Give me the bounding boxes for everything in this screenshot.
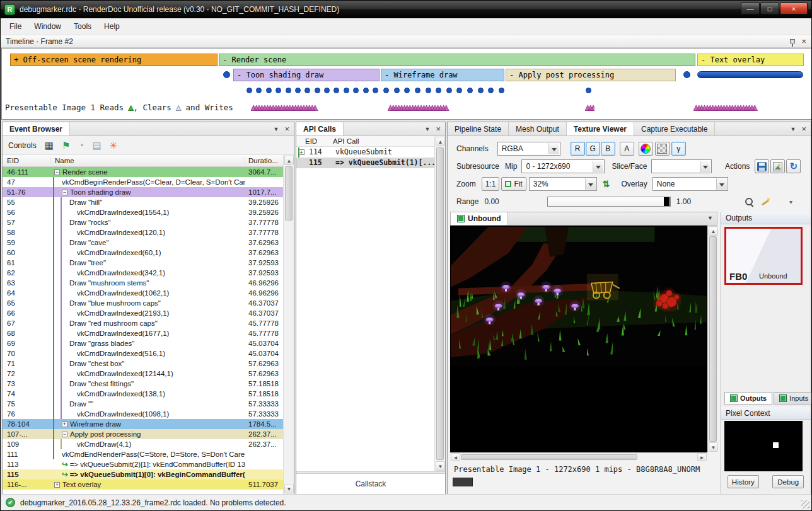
timeline-draw-dot[interactable] bbox=[415, 88, 420, 93]
expander-chevron-icon[interactable]: ▾ bbox=[789, 198, 792, 205]
collapse-icon[interactable]: − bbox=[62, 432, 67, 437]
column-eid[interactable]: EID bbox=[3, 157, 50, 164]
tab-mesh-output[interactable]: Mesh Output bbox=[509, 122, 567, 135]
timeline-draw-dot[interactable] bbox=[256, 88, 262, 93]
tab-unbound[interactable]: Unbound bbox=[451, 212, 508, 225]
timeline-marker-bar[interactable]: - Text overlay bbox=[697, 54, 804, 66]
menu-item-file[interactable]: File bbox=[3, 19, 28, 34]
close-icon[interactable]: × bbox=[436, 126, 441, 132]
range-slider[interactable] bbox=[547, 197, 671, 207]
channels-select[interactable]: RGBA bbox=[497, 142, 560, 156]
custom-display-button[interactable] bbox=[639, 142, 653, 156]
scroll-thumb[interactable] bbox=[436, 147, 444, 460]
timeline-draw-dot[interactable] bbox=[467, 88, 473, 93]
panel-menu-icon[interactable]: ▼ bbox=[790, 126, 796, 132]
event-row[interactable]: 64vkCmdDrawIndexed(1062,1)46.96296 bbox=[3, 288, 283, 298]
event-row[interactable]: 60vkCmdDrawIndexed(60,1)37.62963 bbox=[3, 248, 283, 258]
event-row[interactable]: 55Draw "hill"39.25926 bbox=[3, 197, 283, 207]
timeline-draw-dot[interactable] bbox=[373, 88, 378, 93]
panel-menu-icon[interactable]: ▼ bbox=[424, 126, 430, 132]
timeline-draw-dot[interactable] bbox=[394, 88, 400, 93]
timeline-draw-dot[interactable] bbox=[404, 88, 410, 93]
event-row[interactable]: 76vkCmdDrawIndexed(1098,1)57.33333 bbox=[3, 409, 283, 419]
menu-item-tools[interactable]: Tools bbox=[67, 19, 98, 34]
column-eid[interactable]: EID bbox=[296, 137, 333, 145]
scroll-up-icon[interactable]: ▲ bbox=[284, 156, 294, 165]
filter-icon[interactable]: ▦ bbox=[45, 141, 54, 150]
tab-list-icon[interactable]: ▼ bbox=[704, 212, 717, 225]
event-row[interactable]: 111vkCmdEndRenderPass(C=Store, D=Store, … bbox=[3, 449, 283, 459]
open-new-window-button[interactable]: ↻ bbox=[786, 159, 801, 173]
timeline-range-bar[interactable] bbox=[697, 71, 803, 78]
timeline-marker-bar[interactable]: - Render scene bbox=[219, 54, 695, 66]
scroll-up-icon[interactable]: ▲ bbox=[709, 226, 718, 236]
close-button[interactable]: × bbox=[780, 3, 808, 14]
fb0-thumbnail[interactable]: FB0 Unbound bbox=[724, 227, 803, 285]
zoom-1to1-button[interactable]: 1:1 bbox=[482, 177, 500, 191]
timeline-marker-bar[interactable]: - Toon shading draw bbox=[233, 69, 380, 81]
event-row[interactable]: 66vkCmdDrawIndexed(2193,1)46.37037 bbox=[3, 308, 283, 318]
timeline-draw-dot[interactable] bbox=[315, 88, 320, 93]
event-row[interactable]: 57Draw "rocks"37.77778 bbox=[3, 217, 283, 227]
close-icon[interactable]: × bbox=[284, 126, 289, 132]
scroll-thumb[interactable] bbox=[709, 236, 717, 442]
timeline-draw-dot[interactable] bbox=[223, 71, 230, 78]
event-row[interactable]: 109vkCmdDraw(4,1)262.37... bbox=[3, 439, 283, 449]
timeline-draw-dot[interactable] bbox=[478, 88, 484, 93]
bookmark-icon[interactable]: ⚑ bbox=[62, 141, 70, 150]
zoom-fit-button[interactable]: Fit bbox=[501, 177, 526, 191]
history-button[interactable]: History bbox=[728, 475, 759, 488]
scroll-up-icon[interactable]: ▲ bbox=[436, 137, 445, 146]
timeline-marker-bar[interactable]: + Off-screen scene rendering bbox=[10, 54, 218, 66]
zoom-range-icon[interactable] bbox=[744, 197, 754, 207]
timeline-draw-dot[interactable] bbox=[266, 88, 272, 93]
tab-event-browser[interactable]: Event Browser bbox=[3, 122, 70, 135]
event-row[interactable]: 47vkCmdBeginRenderPass(C=Clear, D=Clear,… bbox=[3, 177, 283, 187]
gamma-button[interactable]: γ bbox=[671, 142, 686, 156]
expand-icon[interactable]: + bbox=[62, 422, 67, 427]
timeline-draw-dot[interactable] bbox=[436, 88, 441, 93]
timeline-draw-dot[interactable] bbox=[295, 88, 301, 93]
event-row[interactable]: 67Draw "red mushroom caps"45.77778 bbox=[3, 318, 283, 328]
zoom-percent-select[interactable]: 32% bbox=[529, 177, 597, 191]
column-name[interactable]: Name bbox=[50, 157, 245, 164]
menu-item-help[interactable]: Help bbox=[98, 19, 126, 34]
timeline-draw-dot[interactable] bbox=[334, 88, 339, 93]
export-image-button[interactable] bbox=[770, 159, 785, 173]
tab-inputs[interactable]: Inputs bbox=[774, 392, 812, 405]
tab-pipeline-state[interactable]: Pipeline State bbox=[448, 122, 509, 135]
timeline-draw-dot[interactable] bbox=[499, 88, 504, 93]
scroll-down-icon[interactable]: ▼ bbox=[709, 442, 718, 452]
timeline-draw-dot[interactable] bbox=[363, 88, 369, 93]
scroll-down-icon[interactable]: ▼ bbox=[284, 484, 294, 493]
find-icon[interactable]: ✳ bbox=[110, 141, 118, 150]
event-row[interactable]: 72vkCmdDrawIndexed(12144,1)57.62963 bbox=[3, 369, 283, 379]
api-call-row[interactable]: 115=> vkQueueSubmit(1)[... bbox=[296, 158, 434, 168]
panel-menu-icon[interactable]: ▼ bbox=[273, 126, 279, 132]
timeline-draw-dot[interactable] bbox=[304, 88, 310, 93]
expand-icon[interactable]: + bbox=[299, 149, 304, 155]
timeline-draw-dot[interactable] bbox=[276, 88, 281, 93]
event-row[interactable]: 59Draw "cave"37.62963 bbox=[3, 238, 283, 248]
timeline-marker-bar[interactable]: - Apply post processing bbox=[506, 69, 676, 81]
timeline-draw-dot[interactable] bbox=[456, 88, 462, 93]
scroll-down-icon[interactable]: ▼ bbox=[436, 461, 445, 471]
event-row[interactable]: 113↪=> vkQueueSubmit(2)[1]: vkEndCommand… bbox=[3, 459, 283, 469]
overlay-select[interactable]: None bbox=[652, 177, 728, 191]
api-calls-scrollbar[interactable]: ▲ ▼ bbox=[434, 136, 445, 471]
save-button[interactable] bbox=[755, 159, 769, 173]
column-api-call[interactable]: API Call bbox=[333, 137, 434, 145]
event-row[interactable]: 74vkCmdDrawIndexed(138,1)57.18518 bbox=[3, 389, 283, 399]
tab-capture-executable[interactable]: Capture Executable bbox=[634, 122, 715, 135]
pixel-context-display[interactable] bbox=[724, 421, 803, 471]
event-row[interactable]: 65Draw "blue mushroom caps"46.37037 bbox=[3, 298, 283, 308]
texture-vscrollbar[interactable]: ▲ ▼ bbox=[707, 226, 718, 452]
collapse-icon[interactable]: − bbox=[54, 169, 60, 175]
stats-icon[interactable]: ▤ bbox=[92, 141, 101, 150]
event-row[interactable]: 56vkCmdDrawIndexed(1554,1)39.25926 bbox=[3, 207, 283, 217]
close-icon[interactable]: × bbox=[801, 126, 806, 132]
controls-label[interactable]: Controls bbox=[8, 141, 37, 150]
timeline-draw-dot[interactable] bbox=[344, 88, 349, 93]
pin-icon[interactable] bbox=[790, 39, 795, 43]
flip-y-icon[interactable]: ⇅ bbox=[603, 179, 610, 189]
